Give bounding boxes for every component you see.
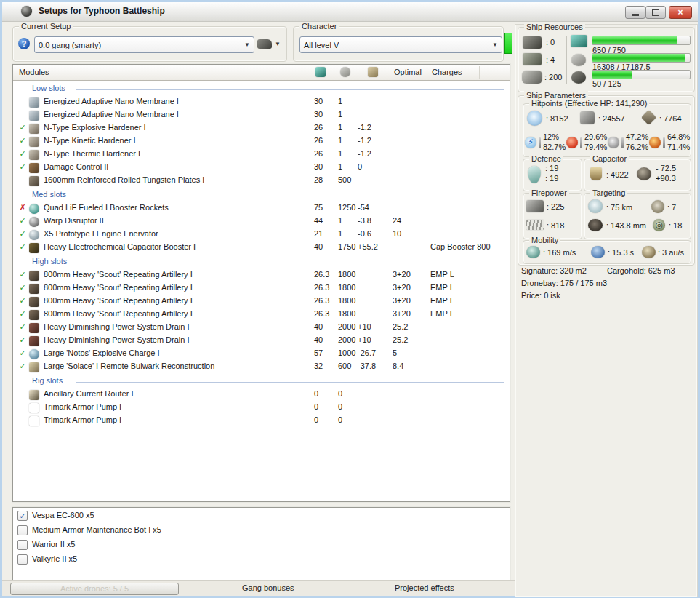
module-cpu: 28 (314, 175, 323, 184)
drone-label: Medium Armor Maintenance Bot I x5 (32, 525, 161, 534)
module-row[interactable]: Energized Adaptive Nano Membrane I 30 1 (13, 108, 510, 121)
module-name: 800mm Heavy 'Scout' Repeating Artillery … (44, 270, 193, 279)
artillery-icon (29, 310, 39, 320)
dronebay-value: Dronebay: 175 / 175 m3 (521, 279, 607, 287)
signature-value: Signature: 320 m2 (521, 266, 587, 275)
active-drones-button[interactable]: Active drones: 5 / 5 (10, 583, 179, 595)
help-icon[interactable]: ? (18, 38, 30, 49)
resist-value-1: 29.6% (584, 132, 607, 142)
character-select[interactable]: All level V ▼ (299, 36, 502, 53)
warp-disruptor-icon (29, 217, 39, 227)
kinetic-resist-icon (608, 137, 619, 148)
drone-checkbox[interactable]: ✓ (17, 511, 28, 521)
module-row[interactable]: ✓ 800mm Heavy 'Scout' Repeating Artiller… (13, 308, 510, 321)
module-row[interactable]: ✓ Large 'Solace' I Remote Bulwark Recons… (13, 360, 510, 373)
module-row[interactable]: ✓ N-Type Thermic Hardener I 26 1 -1.2 (13, 148, 510, 161)
drone-bandwidth-text: 50 / 125 (592, 79, 621, 88)
slot-section-title: High slots (32, 257, 67, 266)
module-row[interactable]: ✓ 800mm Heavy 'Scout' Repeating Artiller… (13, 282, 510, 295)
title-bar[interactable]: Setups for Typhoon Battleship × (2, 2, 698, 22)
module-row[interactable]: ✓ 800mm Heavy 'Scout' Repeating Artiller… (13, 295, 510, 308)
module-status-icon: ✓ (17, 283, 28, 292)
calibration-value: : 200 (544, 73, 562, 81)
resist-value-2: 79.4% (584, 143, 607, 152)
thermal-resist-icon (566, 137, 578, 148)
divider (621, 137, 624, 148)
ship-tools-icon[interactable] (257, 39, 272, 49)
capacitor-amount: : 4922 (606, 170, 629, 179)
module-status-icon: ✗ (17, 203, 28, 212)
drone-row[interactable]: Medium Armor Maintenance Bot I x5 (13, 525, 510, 537)
module-row[interactable]: Trimark Armor Pump I 0 0 (13, 414, 510, 427)
module-name: 800mm Heavy 'Scout' Repeating Artillery … (44, 296, 193, 305)
gang-bonuses-label[interactable]: Gang bonuses (242, 583, 294, 592)
cargohold-value: Cargohold: 625 m3 (607, 266, 675, 275)
projected-effects-label[interactable]: Projected effects (395, 583, 454, 592)
slot-section-title: Rig slots (32, 376, 63, 385)
resist-value-2: 82.7% (543, 143, 566, 152)
module-cpu: 30 (314, 97, 323, 105)
close-button[interactable]: × (669, 6, 692, 19)
mobility-group: Mobility : 169 m/s : 15.3 s : 3 au/s (523, 240, 691, 264)
module-charge: EMP L (430, 270, 454, 279)
module-name: N-Type Kinetic Hardener I (44, 136, 136, 145)
module-row[interactable]: ✓ Warp Disruptor II 44 1 -3.8 24 (13, 215, 510, 228)
maximize-button[interactable] (645, 6, 666, 19)
module-charge: EMP L (430, 296, 454, 305)
drone-row[interactable]: ✓ Vespa EC-600 x5 (13, 510, 510, 522)
drone-row[interactable]: Warrior II x5 (13, 539, 510, 551)
minimize-button[interactable] (625, 6, 645, 19)
armor-hp-icon (580, 111, 595, 124)
drone-checkbox[interactable] (17, 540, 28, 550)
module-row[interactable]: ✓ Heavy Diminishing Power System Drain I… (13, 334, 510, 347)
cpu-icon (315, 67, 326, 77)
speed-value: : 169 m/s (543, 248, 576, 257)
divider (539, 137, 541, 148)
module-row[interactable]: ✓ X5 Prototype I Engine Enervator 21 1 -… (13, 228, 510, 241)
drone-row[interactable]: Valkyrie II x5 (13, 554, 510, 566)
module-row[interactable]: Energized Adaptive Nano Membrane I 30 1 (13, 95, 510, 108)
module-status-icon: ✓ (17, 309, 28, 319)
max-targets-icon (651, 200, 664, 213)
module-row[interactable]: ✓ Large 'Notos' Explosive Charge I 57 10… (13, 347, 510, 360)
module-row[interactable]: ✓ N-Type Kinetic Hardener I 26 1 -1.2 (13, 135, 510, 148)
maximize-icon (652, 9, 659, 16)
drone-checkbox[interactable] (17, 554, 28, 565)
module-row[interactable]: Ancillary Current Router I 0 0 (13, 388, 510, 401)
module-row[interactable]: Trimark Armor Pump I 0 0 (13, 401, 510, 414)
module-powergrid: 1 (338, 136, 342, 145)
drone-label: Vespa EC-600 x5 (32, 511, 94, 519)
trimark-rig-icon (29, 403, 39, 413)
module-powergrid: 1 (338, 229, 342, 238)
module-name: 1600mm Reinforced Rolled Tungsten Plates… (44, 175, 204, 184)
calibration-icon (522, 71, 542, 84)
hardener-icon (29, 150, 39, 160)
targeting-title: Targeting (590, 188, 627, 197)
module-optimal: 3+20 (393, 309, 411, 318)
targeting-range: : 75 km (606, 203, 632, 212)
defence-title: Defence (529, 154, 563, 163)
module-charge: EMP L (430, 283, 454, 292)
tools-caret-icon[interactable]: ▼ (275, 41, 281, 47)
module-powergrid: 2000 (338, 322, 355, 331)
current-setup-group: Current Setup ? 0.0 gang (smarty) ▼ ▼ (12, 26, 287, 62)
module-row[interactable]: ✗ Quad LiF Fueled I Booster Rockets 75 1… (13, 202, 510, 215)
module-row[interactable]: ✓ Heavy Electrochemical Capacitor Booste… (13, 241, 510, 254)
hardener-icon (29, 137, 39, 147)
module-row[interactable]: ✓ Heavy Diminishing Power System Drain I… (13, 321, 510, 334)
module-cpu: 26 (314, 149, 323, 158)
character-value: All level V (304, 41, 339, 49)
module-name: Large 'Solace' I Remote Bulwark Reconstr… (44, 362, 214, 370)
capacitor-group: Capacitor : 4922 - 72.5 +90.3 (584, 159, 691, 191)
module-row[interactable]: ✓ N-Type Explosive Hardener I 26 1 -1.2 (13, 121, 510, 135)
membrane-icon (29, 97, 39, 108)
smartbomb-icon (29, 349, 39, 359)
module-row[interactable]: ✓ Damage Control II 30 1 0 (13, 161, 510, 174)
powergrid-icon (571, 54, 586, 66)
module-row[interactable]: 1600mm Reinforced Rolled Tungsten Plates… (13, 174, 510, 187)
drone-checkbox[interactable] (17, 525, 28, 535)
module-name: 800mm Heavy 'Scout' Repeating Artillery … (44, 309, 193, 318)
current-setup-select[interactable]: 0.0 gang (smarty) ▼ (34, 36, 254, 53)
module-row[interactable]: ✓ 800mm Heavy 'Scout' Repeating Artiller… (13, 268, 510, 282)
module-optimal: 3+20 (393, 296, 411, 305)
